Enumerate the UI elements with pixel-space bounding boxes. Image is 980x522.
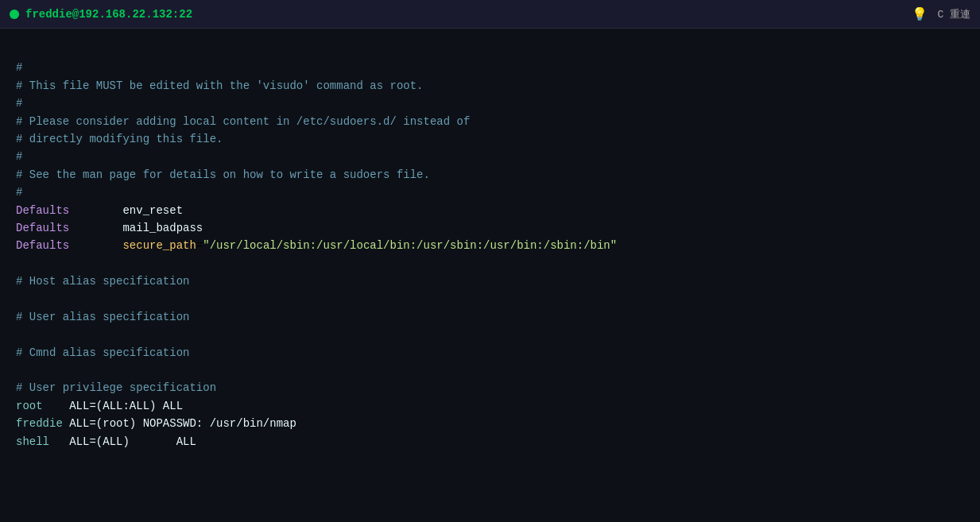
line-user-priv: # User privilege specification bbox=[16, 379, 964, 396]
empty-line-5 bbox=[16, 362, 964, 379]
line-freddie-priv: freddie ALL=(root) NOPASSWD: /usr/bin/nm… bbox=[16, 415, 964, 432]
window-title: freddie@192.168.22.132:22 bbox=[25, 8, 192, 21]
line-defaults-3: Defaults secure_path="/usr/local/sbin:/u… bbox=[16, 237, 964, 254]
reload-button[interactable]: C 重連 bbox=[937, 7, 970, 21]
empty-line-1 bbox=[16, 41, 964, 59]
title-right: 💡 C 重連 bbox=[912, 6, 970, 22]
line-comment-4: # Please consider adding local content i… bbox=[16, 113, 964, 130]
line-cmnd-alias: # Cmnd alias specification bbox=[16, 344, 964, 362]
empty-line-4 bbox=[16, 326, 964, 343]
line-defaults-2: Defaults mail_badpass bbox=[16, 219, 964, 237]
terminal-content: # # This file MUST be edited with the 'v… bbox=[0, 29, 980, 522]
line-defaults-1: Defaults env_reset bbox=[16, 202, 964, 219]
line-comment-6: # bbox=[16, 148, 964, 165]
title-bar: freddie@192.168.22.132:22 💡 C 重連 bbox=[0, 0, 980, 29]
line-host-alias: # Host alias specification bbox=[16, 273, 964, 290]
line-shell-priv: shell ALL=(ALL) ALL bbox=[16, 433, 964, 450]
line-comment-1: # bbox=[16, 59, 964, 76]
line-root-priv: root ALL=(ALL:ALL) ALL bbox=[16, 397, 964, 415]
connection-status-dot bbox=[10, 10, 19, 19]
line-comment-3: # bbox=[16, 95, 964, 112]
title-left: freddie@192.168.22.132:22 bbox=[10, 8, 192, 21]
line-comment-2: # This file MUST be edited with the 'vis… bbox=[16, 77, 964, 95]
line-user-alias: # User alias specification bbox=[16, 308, 964, 326]
line-comment-7: # See the man page for details on how to… bbox=[16, 166, 964, 184]
empty-line-3 bbox=[16, 290, 964, 307]
bulb-icon[interactable]: 💡 bbox=[912, 6, 928, 22]
line-comment-8: # bbox=[16, 184, 964, 201]
line-comment-5: # directly modifying this file. bbox=[16, 130, 964, 148]
empty-line-2 bbox=[16, 255, 964, 273]
